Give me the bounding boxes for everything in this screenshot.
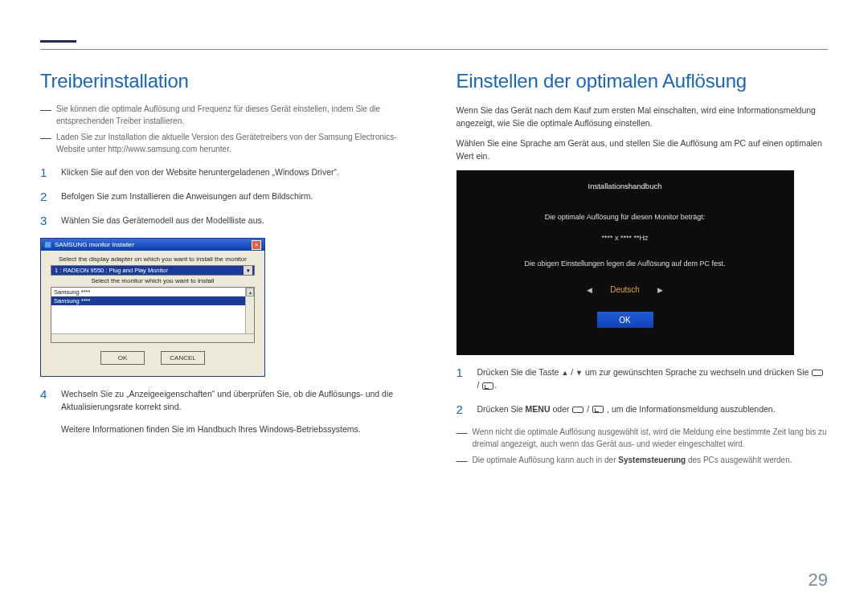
right-column: Einstellen der optimalen Auflösung Wenn … xyxy=(457,70,829,472)
step-number: 2 xyxy=(457,403,468,416)
step-3: 3 Wählen Sie das Gerätemodell aus der Mo… xyxy=(40,215,412,227)
dash-icon: ― xyxy=(457,455,468,467)
left-title: Treiberinstallation xyxy=(40,70,412,92)
header-divider xyxy=(40,49,828,50)
dash-icon: ― xyxy=(40,132,51,155)
button-icon xyxy=(812,370,823,376)
installer-label-1: Select the display adapter on which you … xyxy=(46,255,260,263)
bold-term: Systemsteuerung xyxy=(618,456,686,464)
right-step-2: 2 Drücken Sie MENU oder / , um die Infor… xyxy=(457,403,829,416)
osd-line-2: Die obigen Einstellungen legen die Auflö… xyxy=(473,260,778,268)
step-text: Befolgen Sie zum Installieren die Anweis… xyxy=(61,190,412,203)
text-fragment: , um die Informationsmeldung auszublende… xyxy=(607,404,776,414)
installer-body: Select the display adapter on which you … xyxy=(41,251,264,376)
step-1: 1 Klicken Sie auf den von der Website he… xyxy=(40,166,412,179)
installer-button-row: OK CANCEL xyxy=(46,343,260,371)
osd-ok-button[interactable]: OK xyxy=(597,312,653,328)
dash-icon: ― xyxy=(457,427,468,450)
right-step-1: 1 Drücken Sie die Taste ▲ / ▼ um zur gew… xyxy=(457,366,829,392)
right-note-2: ― Die optimale Auflösung kann auch in de… xyxy=(457,455,829,467)
text-fragment: Drücken Sie die Taste xyxy=(477,367,562,377)
adapter-combobox[interactable]: 1 : RADEON 9550 : Plug and Play Monitor … xyxy=(51,265,255,276)
text-fragment: Die optimale Auflösung kann auch in der xyxy=(473,456,619,464)
button-icon xyxy=(572,407,583,413)
close-icon[interactable]: × xyxy=(252,240,261,250)
step-text: Wechseln Sie zu „Anzeigeeigenschaften“ u… xyxy=(61,388,412,435)
menu-label: MENU xyxy=(526,404,551,414)
installer-title: SAMSUNG monitor installer xyxy=(55,241,134,248)
note-text: Die optimale Auflösung kann auch in der … xyxy=(473,455,829,467)
left-note-1: ― Sie können die optimale Auflösung und … xyxy=(40,104,412,127)
osd-resolution-spec: **** x **** **Hz xyxy=(473,234,778,242)
triangle-left-icon[interactable]: ◀ xyxy=(587,286,592,294)
osd-title: Installationshandbuch xyxy=(473,182,778,190)
step-text: Wählen Sie das Gerätemodell aus der Mode… xyxy=(61,215,412,227)
step-text: Klicken Sie auf den von der Website heru… xyxy=(61,166,412,179)
text-fragment: des PCs ausgewählt werden. xyxy=(686,456,792,464)
scroll-up-icon[interactable]: ▴ xyxy=(246,288,254,296)
content-columns: Treiberinstallation ― Sie können die opt… xyxy=(40,70,828,472)
monitor-listbox[interactable]: Samsung **** Samsung **** ▴ xyxy=(51,287,255,343)
intro-paragraph-2: Wählen Sie eine Sprache am Gerät aus, un… xyxy=(457,137,829,163)
text-fragment: um zur gewünschten Sprache zu wechseln u… xyxy=(585,367,811,377)
step-number: 1 xyxy=(40,166,51,179)
step-4: 4 Wechseln Sie zu „Anzeigeeigenschaften“… xyxy=(40,388,412,435)
step-number: 4 xyxy=(40,388,51,435)
app-icon xyxy=(44,241,51,248)
text-fragment: Drücken Sie xyxy=(477,404,526,414)
enter-icon xyxy=(592,406,604,413)
osd-screen: Installationshandbuch Die optimale Auflö… xyxy=(457,170,794,355)
left-note-2: ― Laden Sie zur Installation die aktuell… xyxy=(40,132,412,155)
left-column: Treiberinstallation ― Sie können die opt… xyxy=(40,70,412,472)
list-item[interactable]: Samsung **** xyxy=(51,288,254,296)
header-accent-bar xyxy=(40,40,76,43)
chevron-down-icon[interactable]: ▾ xyxy=(244,266,252,275)
note-text: Sie können die optimale Auflösung und Fr… xyxy=(56,104,412,127)
step-number: 2 xyxy=(40,190,51,203)
triangle-down-icon: ▼ xyxy=(575,368,583,379)
step-2: 2 Befolgen Sie zum Installieren die Anwe… xyxy=(40,190,412,203)
triangle-up-icon: ▲ xyxy=(561,368,568,379)
step-number: 1 xyxy=(457,366,468,392)
cancel-button[interactable]: CANCEL xyxy=(161,351,205,365)
page-number: 29 xyxy=(809,570,828,591)
scrollbar-horizontal[interactable] xyxy=(51,333,254,342)
note-text: Laden Sie zur Installation die aktuelle … xyxy=(56,132,412,155)
ok-button[interactable]: OK xyxy=(100,351,145,365)
installer-label-2: Select the monitor which you want to ins… xyxy=(46,277,260,284)
combo-value: 1 : RADEON 9550 : Plug and Play Monitor xyxy=(55,267,168,274)
step-number: 3 xyxy=(40,215,51,227)
osd-language-value: Deutsch xyxy=(610,285,640,294)
enter-icon xyxy=(482,382,493,390)
step-text: Drücken Sie die Taste ▲ / ▼ um zur gewün… xyxy=(477,366,829,392)
step4-text: Wechseln Sie zu „Anzeigeeigenschaften“ u… xyxy=(61,389,393,411)
note-text: Wenn nicht die optimale Auflösung ausgew… xyxy=(473,427,829,450)
triangle-right-icon[interactable]: ▶ xyxy=(657,286,663,294)
installer-titlebar: SAMSUNG monitor installer × xyxy=(41,239,264,251)
step-text: Drücken Sie MENU oder / , um die Informa… xyxy=(477,403,829,416)
list-item[interactable]: Samsung **** xyxy=(51,296,254,305)
right-title: Einstellen der optimalen Auflösung xyxy=(457,70,829,92)
dash-icon: ― xyxy=(40,104,51,127)
text-fragment: oder xyxy=(552,404,571,414)
step4-extra: Weitere Informationen finden Sie im Hand… xyxy=(61,423,412,436)
intro-paragraph-1: Wenn Sie das Gerät nach dem Kauf zum ers… xyxy=(457,104,829,130)
right-note-1: ― Wenn nicht die optimale Auflösung ausg… xyxy=(457,427,829,450)
page: Treiberinstallation ― Sie können die opt… xyxy=(0,0,868,613)
installer-window: SAMSUNG monitor installer × Select the d… xyxy=(40,238,265,377)
osd-line-1: Die optimale Auflösung für diesen Monito… xyxy=(473,213,778,221)
osd-language-selector: ◀ Deutsch ▶ xyxy=(473,285,778,294)
